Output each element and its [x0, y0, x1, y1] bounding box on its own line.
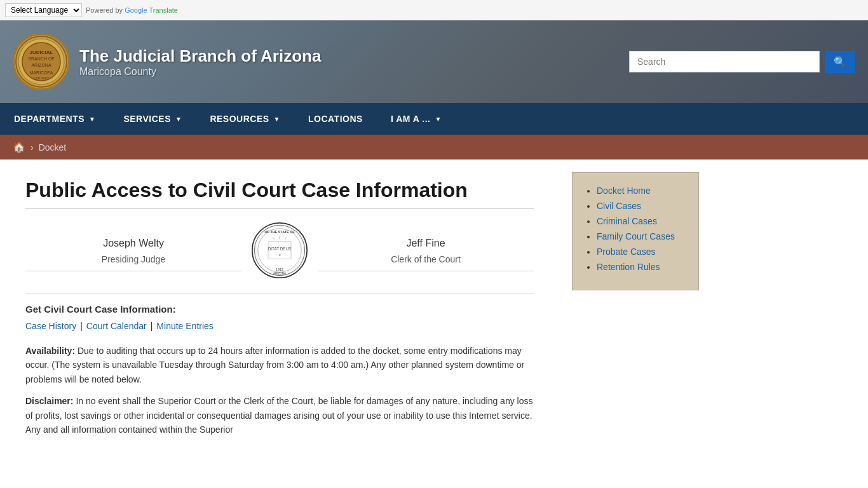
presiding-judge-name: Joseph Welty	[32, 238, 235, 249]
nav-locations[interactable]: LOCATIONS	[294, 103, 377, 135]
site-header: JUDICIAL BRANCH OF ARIZONA MARICOPA COUN…	[0, 20, 868, 103]
chevron-down-icon: ▼	[175, 116, 182, 123]
svg-text:JUDICIAL: JUDICIAL	[30, 50, 53, 55]
chevron-down-icon: ▼	[435, 116, 441, 123]
svg-text:ARIZONA: ARIZONA	[273, 272, 286, 275]
sidebar-probate-cases[interactable]: Probate Cases	[597, 247, 656, 257]
list-item: Probate Cases	[597, 247, 686, 257]
content-wrapper: Public Access to Civil Court Case Inform…	[0, 159, 868, 477]
clerk-title: Clerk of the Court	[324, 254, 527, 264]
svg-point-2	[22, 43, 60, 81]
court-calendar-link[interactable]: Court Calendar	[86, 321, 147, 331]
sidebar-docket-home[interactable]: Docket Home	[597, 186, 651, 196]
sidebar-box: Docket Home Civil Cases Criminal Cases F…	[572, 172, 699, 290]
nav-i-am-a[interactable]: I AM A ... ▼	[377, 103, 456, 135]
search-icon: 🔍	[834, 57, 846, 67]
clerk-name: Jeff Fine	[324, 238, 527, 249]
get-info-section: Get Civil Court Case Information: Case H…	[25, 294, 534, 331]
header-search: 🔍	[629, 51, 855, 73]
nav-departments[interactable]: DEPARTMENTS ▼	[0, 103, 109, 135]
sidebar-civil-cases[interactable]: Civil Cases	[597, 201, 641, 211]
powered-by-label: Powered by Google Translate	[86, 6, 178, 14]
get-info-label: Get Civil Court Case Information:	[25, 304, 534, 315]
site-title: The Judicial Branch of Arizona	[79, 46, 321, 66]
main-nav: DEPARTMENTS ▼ SERVICES ▼ RESOURCES ▼ LOC…	[0, 103, 868, 135]
list-item: Family Court Cases	[597, 231, 686, 241]
arizona-state-seal: OF THE STATE OF 1912 ARIZONA DITAT DEUS …	[251, 222, 308, 279]
svg-text:MARICOPA: MARICOPA	[30, 71, 53, 75]
svg-text:DITAT DEUS: DITAT DEUS	[268, 247, 291, 251]
breadcrumb: 🏠 › Docket	[0, 135, 868, 159]
site-logo: JUDICIAL BRANCH OF ARIZONA MARICOPA COUN…	[13, 33, 70, 90]
availability-paragraph: Availability: Due to auditing that occur…	[25, 344, 534, 386]
site-subtitle: Maricopa County	[79, 66, 321, 78]
minute-entries-link[interactable]: Minute Entries	[156, 321, 213, 331]
list-item: Retention Rules	[597, 262, 686, 272]
top-bar: Select Language Powered by Google Transl…	[0, 0, 868, 20]
list-item: Docket Home	[597, 186, 686, 196]
sidebar-criminal-cases[interactable]: Criminal Cases	[597, 216, 657, 226]
home-icon[interactable]: 🏠	[13, 141, 25, 153]
clerk-block: Jeff Fine Clerk of the Court	[318, 231, 534, 271]
svg-text:OF THE STATE OF: OF THE STATE OF	[265, 230, 295, 234]
link-separator-1: |	[80, 321, 83, 331]
availability-heading: Availability:	[25, 346, 75, 356]
disclaimer-paragraph: Disclaimer: In no event shall the Superi…	[25, 394, 534, 437]
presiding-judge-title: Presiding Judge	[32, 254, 235, 264]
language-select[interactable]: Select Language	[5, 3, 82, 17]
search-input[interactable]	[629, 51, 820, 72]
breadcrumb-separator: ›	[31, 142, 34, 152]
state-seal-block: OF THE STATE OF 1912 ARIZONA DITAT DEUS …	[241, 222, 318, 281]
svg-text:BRANCH OF: BRANCH OF	[28, 57, 54, 61]
search-button[interactable]: 🔍	[825, 51, 855, 73]
list-item: Civil Cases	[597, 201, 686, 211]
page-title: Public Access to Civil Court Case Inform…	[25, 179, 534, 209]
svg-text:1912: 1912	[276, 268, 283, 271]
nav-services[interactable]: SERVICES ▼	[109, 103, 196, 135]
sidebar: Docket Home Civil Cases Criminal Cases F…	[559, 159, 712, 477]
presiding-judge-block: Joseph Welty Presiding Judge	[25, 231, 241, 271]
svg-text:COUNTY: COUNTY	[33, 76, 49, 80]
list-item: Criminal Cases	[597, 216, 686, 226]
case-links-bar: Case History | Court Calendar | Minute E…	[25, 321, 534, 331]
judge-section: Joseph Welty Presiding Judge OF THE STAT…	[25, 222, 534, 281]
breadcrumb-current: Docket	[39, 142, 67, 152]
chevron-down-icon: ▼	[274, 116, 280, 123]
header-left: JUDICIAL BRANCH OF ARIZONA MARICOPA COUN…	[13, 33, 321, 90]
sidebar-nav-list: Docket Home Civil Cases Criminal Cases F…	[585, 186, 686, 272]
nav-resources[interactable]: RESOURCES ▼	[196, 103, 294, 135]
svg-text:ARIZONA: ARIZONA	[31, 63, 51, 67]
chevron-down-icon: ▼	[89, 116, 95, 123]
availability-text: Due to auditing that occurs up to 24 hou…	[25, 346, 524, 384]
case-history-link[interactable]: Case History	[25, 321, 76, 331]
sidebar-retention-rules[interactable]: Retention Rules	[597, 262, 660, 272]
link-separator-2: |	[151, 321, 153, 331]
disclaimer-heading: Disclaimer:	[25, 396, 73, 406]
sidebar-family-court-cases[interactable]: Family Court Cases	[597, 231, 675, 241]
disclaimer-text: In no event shall the Superior Court or …	[25, 396, 532, 435]
header-title-block: The Judicial Branch of Arizona Maricopa …	[79, 46, 321, 78]
main-content: Public Access to Civil Court Case Inform…	[0, 159, 559, 477]
